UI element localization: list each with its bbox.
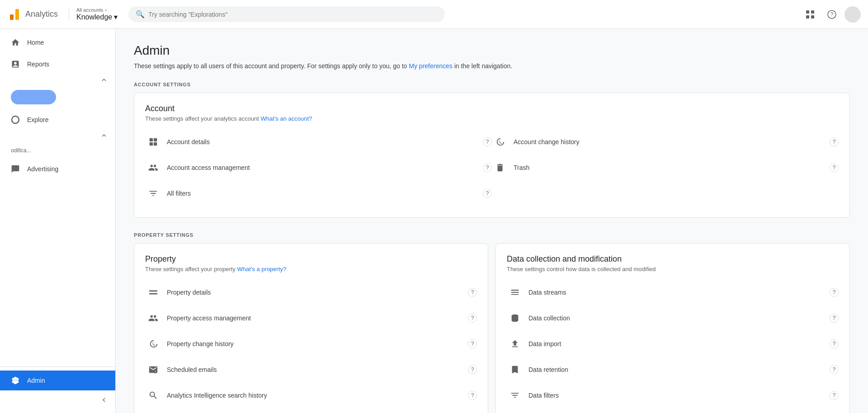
app-title: Analytics [25, 9, 58, 19]
sidebar-section-explore: Explore odifica... [0, 108, 115, 159]
all-filters-icon [145, 185, 161, 202]
sidebar-item-advertising[interactable]: Advertising [0, 159, 110, 179]
explore-icon [11, 115, 20, 124]
property-details-help[interactable]: ? [468, 288, 477, 297]
analytics-intelligence-item[interactable]: Analytics Intelligence search history ? [145, 383, 477, 408]
data-collection-item[interactable]: Data collection ? [507, 305, 839, 331]
avatar[interactable] [844, 6, 861, 23]
all-filters-item[interactable]: All filters ? [145, 181, 492, 206]
account-change-history-help[interactable]: ? [830, 137, 839, 146]
account-access-help[interactable]: ? [483, 163, 492, 172]
search-input[interactable] [148, 11, 438, 18]
data-retention-icon [507, 361, 523, 378]
property-card: Property These settings affect your prop… [134, 243, 488, 413]
svg-text:?: ? [830, 11, 834, 18]
account-access-item[interactable]: Account access management ? [145, 155, 492, 181]
account-access-label: Account access management [167, 164, 477, 171]
main-content: Admin These settings apply to all users … [116, 29, 868, 413]
data-import-item[interactable]: Data import ? [507, 331, 839, 357]
property-details-icon [145, 284, 161, 300]
trash-item[interactable]: Trash ? [492, 155, 839, 181]
apps-button[interactable] [801, 5, 819, 23]
account-details-label: Account details [167, 138, 477, 145]
account-card-desc: These settings affect your analytics acc… [145, 115, 839, 122]
account-items-grid: Account details ? Account change history… [145, 129, 839, 206]
sidebar-item-explore[interactable]: Explore [0, 110, 110, 130]
explore-collapse[interactable] [0, 130, 115, 144]
scheduled-emails-label: Scheduled emails [167, 366, 462, 373]
top-nav: Analytics All accounts › Knowledge ▾ 🔍 [0, 0, 868, 29]
sidebar-nav: Home Reports [0, 29, 115, 366]
account-details-help[interactable]: ? [483, 137, 492, 146]
data-streams-help[interactable]: ? [830, 288, 839, 297]
svg-rect-6 [806, 15, 809, 19]
nav-actions: ? [801, 5, 861, 23]
account-change-history-item[interactable]: Account change history ? [492, 129, 839, 155]
data-card-desc: These settings control how data is colle… [507, 266, 839, 272]
analytics-intelligence-label: Analytics Intelligence search history [167, 392, 462, 399]
property-card-title: Property [145, 254, 477, 264]
property-change-history-item[interactable]: Property change history ? [145, 331, 477, 357]
sidebar-label-admin: Admin [27, 377, 45, 384]
scheduled-emails-help[interactable]: ? [468, 365, 477, 374]
search-icon: 🔍 [136, 10, 145, 19]
data-retention-label: Data retention [528, 366, 824, 373]
all-filters-help[interactable]: ? [483, 189, 492, 198]
sidebar-label-home: Home [27, 39, 44, 46]
account-settings-section: ACCOUNT SETTINGS Account These settings … [134, 82, 850, 218]
explore-sub-label: odifica... [0, 144, 115, 157]
sidebar-item-reports[interactable]: Reports [0, 54, 110, 74]
property-settings-section: PROPERTY SETTINGS Property These setting… [134, 232, 850, 413]
data-streams-label: Data streams [528, 289, 824, 296]
property-access-label: Property access management [167, 314, 462, 322]
collapse-icon [100, 396, 108, 404]
sidebar-label-advertising: Advertising [27, 165, 58, 173]
property-change-history-icon [145, 336, 161, 352]
sidebar-item-admin[interactable]: Admin [0, 371, 115, 390]
data-filters-icon [507, 387, 523, 404]
account-name[interactable]: Knowledge ▾ [76, 13, 118, 21]
account-prefix: All accounts › [76, 7, 118, 13]
sidebar-collapse-toggle[interactable] [0, 390, 115, 409]
trash-icon [492, 160, 508, 176]
whats-a-property-link[interactable]: What's a property? [237, 266, 287, 272]
data-filters-label: Data filters [528, 392, 824, 399]
data-import-help[interactable]: ? [830, 339, 839, 348]
data-streams-icon [507, 284, 523, 300]
analytics-logo-icon [7, 7, 22, 22]
account-card-title: Account [145, 104, 839, 113]
svg-rect-7 [811, 15, 814, 19]
whats-an-account-link[interactable]: What's an account? [261, 115, 312, 122]
svg-rect-11 [149, 290, 157, 291]
data-streams-item[interactable]: Data streams ? [507, 280, 839, 305]
property-access-help[interactable]: ? [468, 314, 477, 323]
account-card: Account These settings affect your analy… [134, 93, 850, 218]
property-details-item[interactable]: Property details ? [145, 280, 477, 305]
sidebar-section-reports: Reports [0, 52, 115, 108]
svg-rect-12 [149, 293, 157, 295]
search-input-wrap: 🔍 [128, 6, 445, 22]
reports-pill [0, 88, 115, 106]
account-details-item[interactable]: Account details ? [145, 129, 492, 155]
data-filters-item[interactable]: Data filters ? [507, 383, 839, 408]
account-selector[interactable]: All accounts › Knowledge ▾ [69, 7, 118, 21]
my-preferences-link[interactable]: My preferences [409, 62, 452, 70]
property-access-item[interactable]: Property access management ? [145, 305, 477, 331]
account-access-icon [145, 160, 161, 176]
property-settings-label: PROPERTY SETTINGS [134, 232, 850, 238]
data-retention-help[interactable]: ? [830, 365, 839, 374]
sidebar: Home Reports [0, 29, 116, 413]
scheduled-emails-item[interactable]: Scheduled emails ? [145, 357, 477, 383]
reports-collapse[interactable] [0, 74, 115, 88]
account-settings-label: ACCOUNT SETTINGS [134, 82, 850, 87]
sidebar-item-home[interactable]: Home [0, 33, 110, 52]
data-filters-help[interactable]: ? [830, 391, 839, 400]
data-collection-help[interactable]: ? [830, 314, 839, 323]
data-card-title: Data collection and modification [507, 254, 839, 264]
sidebar-bottom: Admin [0, 366, 115, 413]
help-button[interactable]: ? [823, 5, 841, 23]
data-retention-item[interactable]: Data retention ? [507, 357, 839, 383]
analytics-intelligence-help[interactable]: ? [468, 391, 477, 400]
property-change-history-help[interactable]: ? [468, 339, 477, 348]
trash-help[interactable]: ? [830, 163, 839, 172]
